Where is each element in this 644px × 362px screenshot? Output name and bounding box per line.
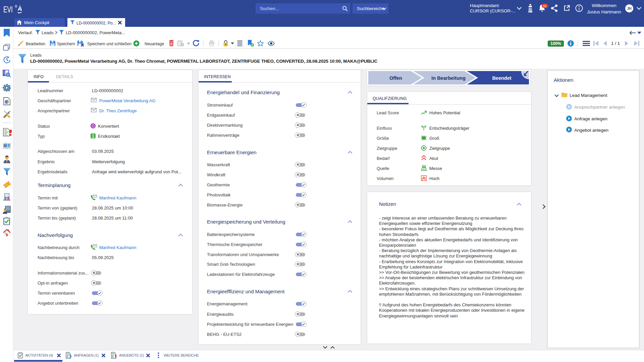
svg-text:Beendet: Beendet bbox=[492, 75, 511, 81]
svg-text:In Bearbeitung: In Bearbeitung bbox=[431, 75, 466, 81]
svg-text:Offen: Offen bbox=[389, 75, 402, 81]
